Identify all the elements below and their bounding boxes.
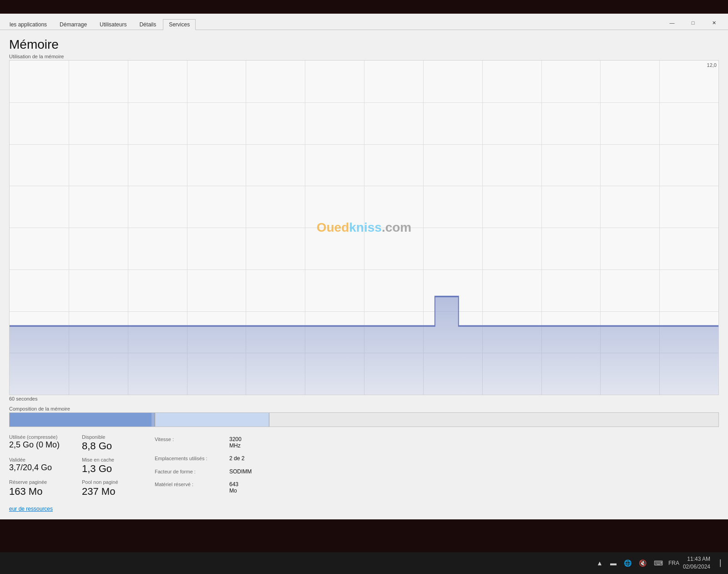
stat-nonpaged-pool-value: 237 Mo [82, 486, 147, 498]
comp-compressed [152, 413, 155, 427]
stat-nonpaged-pool: Pool non paginé 237 Mo [82, 479, 155, 498]
close-button[interactable]: ✕ [703, 16, 724, 30]
stat-speed-label: Vitesse : [155, 437, 228, 442]
stats-section: Utilisée (compressée) 2,5 Go (0 Mo) Disp… [9, 434, 719, 498]
page-title: Mémoire [9, 37, 719, 52]
tab-details[interactable]: Détails [133, 19, 162, 30]
stat-cached: Mise en cache 1,3 Go [82, 457, 155, 475]
stat-cached-value: 1,3 Go [82, 463, 147, 475]
stat-speed-value: 3200 MHz [229, 436, 246, 449]
stat-slots-row: Emplacements utilisés : 2 de 2 [155, 455, 246, 466]
stat-paged-pool: Réserve paginée 163 Mo [9, 479, 82, 498]
maximize-button[interactable]: □ [682, 16, 703, 30]
comp-free [269, 413, 718, 427]
right-stats: Vitesse : 3200 MHz Emplacements utilisés… [155, 434, 382, 498]
memory-chart: 12,0 Ouedkniss.com [9, 60, 719, 395]
stat-form-row: Facteur de forme : SODIMM [155, 468, 246, 479]
stat-reserved-row: Matériel réservé : 643 Mo [155, 481, 246, 498]
keyboard-icon: ⌨ [652, 559, 665, 568]
stat-cached-label: Mise en cache [82, 457, 147, 463]
stat-slots-label: Emplacements utilisés : [155, 456, 228, 461]
system-tray-icon: ▲ [595, 559, 605, 568]
stat-available-value: 8,8 Go [82, 440, 147, 452]
comp-cached [155, 413, 268, 427]
stat-used: Utilisée (compressée) 2,5 Go (0 Mo) [9, 434, 82, 452]
composition-bar [9, 412, 719, 427]
comp-used [10, 413, 152, 427]
chart-svg [10, 61, 718, 395]
tab-startup[interactable]: Démarrage [54, 19, 93, 30]
stat-committed-value: 3,7/20,4 Go [9, 463, 75, 473]
tab-bar: les applications Démarrage Utilisateurs … [0, 14, 728, 30]
tab-users[interactable]: Utilisateurs [94, 19, 132, 30]
stat-form-label: Facteur de forme : [155, 469, 228, 474]
composition-label: Composition de la mémoire [9, 406, 719, 411]
stat-paged-pool-value: 163 Mo [9, 486, 75, 498]
minimize-button[interactable]: — [662, 16, 682, 30]
chart-usage-label: Utilisation de la mémoire [9, 54, 719, 59]
stat-committed: Validée 3,7/20,4 Go [9, 457, 82, 475]
tab-services[interactable]: Services [163, 19, 196, 30]
stat-used-label: Utilisée (compressée) [9, 434, 75, 440]
taskbar: ▲ ▬ 🌐 🔇 ⌨ FRA 11:43 AM 02/06/2024 ▕ [0, 552, 728, 574]
stat-available-label: Disponible [82, 434, 147, 440]
stat-used-value: 2,5 Go (0 Mo) [9, 440, 75, 450]
taskbar-date: 02/06/2024 [683, 563, 710, 571]
taskbar-language: FRA [668, 560, 679, 566]
chart-seconds-label: 60 secondes [9, 396, 719, 401]
tab-processes[interactable]: les applications [4, 19, 53, 30]
stat-slots-value: 2 de 2 [229, 455, 244, 462]
stat-nonpaged-pool-label: Pool non paginé [82, 479, 147, 485]
taskbar-clock: 11:43 AM 02/06/2024 [683, 555, 710, 571]
show-desktop-icon[interactable]: ▕ [714, 559, 723, 568]
network-icon: 🌐 [622, 559, 633, 568]
content-area: Mémoire Utilisation de la mémoire [0, 30, 728, 519]
taskbar-time: 11:43 AM [683, 555, 710, 563]
battery-icon: ▬ [608, 559, 618, 568]
stat-reserved-label: Matériel réservé : [155, 482, 228, 487]
taskbar-right: ▲ ▬ 🌐 🔇 ⌨ FRA 11:43 AM 02/06/2024 ▕ [595, 555, 723, 571]
chart-section: Utilisation de la mémoire [9, 54, 719, 427]
chart-max-label: 12,0 [707, 62, 717, 68]
stat-paged-pool-label: Réserve paginée [9, 479, 75, 485]
stat-available: Disponible 8,8 Go [82, 434, 155, 452]
volume-icon: 🔇 [637, 559, 648, 568]
composition-section: Composition de la mémoire [9, 406, 719, 427]
stat-reserved-value: 643 Mo [229, 481, 246, 494]
stat-speed-row: Vitesse : 3200 MHz [155, 436, 246, 453]
resource-monitor-link[interactable]: eur de ressources [9, 506, 719, 512]
stat-committed-label: Validée [9, 457, 75, 463]
